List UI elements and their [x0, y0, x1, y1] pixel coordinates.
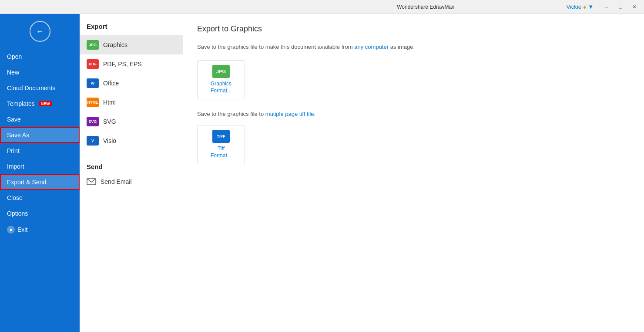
nav-item-pdf[interactable]: PDF PDF, PS, EPS — [80, 54, 183, 74]
svg-icon: SVG — [87, 117, 99, 126]
username-label: Vickie — [567, 3, 581, 10]
back-button[interactable]: ← — [30, 21, 50, 42]
nav-label-pdf: PDF, PS, EPS — [103, 61, 142, 68]
user-area: Vickie ♦ ▼ — [567, 3, 594, 10]
graphics-format-card[interactable]: JPG GraphicsFormat... — [197, 60, 245, 99]
nav-label-graphics: Graphics — [103, 41, 127, 48]
jpg-icon: JPG — [87, 40, 99, 50]
sidebar-item-label: Export & Send — [7, 179, 46, 186]
graphics-card-icon: JPG — [212, 65, 230, 78]
crown-icon: ♦ — [583, 3, 586, 10]
nav-item-html[interactable]: HTML Html — [80, 93, 183, 112]
sidebar-item-open[interactable]: Open — [0, 49, 80, 64]
tiff-format-card[interactable]: TIFF TiffFormat... — [197, 125, 245, 164]
email-icon — [87, 178, 96, 185]
sidebar-item-save[interactable]: Save — [0, 112, 80, 127]
nav-item-send-email[interactable]: Send Email — [80, 174, 183, 190]
sidebar-item-label: Exit — [17, 226, 27, 233]
sidebar-item-import[interactable]: Import — [0, 159, 80, 174]
nav-item-office[interactable]: W Office — [80, 74, 183, 93]
graphics-card-label: GraphicsFormat... — [211, 81, 231, 94]
user-dropdown-icon[interactable]: ▼ — [588, 3, 594, 10]
sidebar-item-label: Import — [7, 163, 24, 170]
sidebar-item-options[interactable]: Options — [0, 206, 80, 221]
content-title: Export to Graphics — [197, 24, 630, 39]
sidebar-item-export-send[interactable]: Export & Send — [0, 174, 80, 190]
html-icon: HTML — [87, 98, 99, 107]
format-cards-group-2: TIFF TiffFormat... — [197, 125, 630, 164]
tiff-card-label: TiffFormat... — [211, 146, 231, 159]
send-email-label: Send Email — [101, 178, 132, 185]
sidebar-item-new[interactable]: New — [0, 64, 80, 80]
nav-label-office: Office — [103, 80, 119, 87]
sidebar-item-cloud-documents[interactable]: Cloud Documents — [0, 80, 80, 96]
send-section-title: Send — [80, 158, 183, 174]
tiff-card-icon: TIFF — [212, 130, 230, 143]
app-body: ← Open New Cloud Documents Templates NEW… — [0, 14, 644, 332]
sidebar-item-print[interactable]: Print — [0, 143, 80, 159]
sidebar-item-close[interactable]: Close — [0, 190, 80, 206]
sidebar-item-exit[interactable]: ● Exit — [0, 221, 80, 238]
sidebar-item-label: Templates — [7, 100, 35, 107]
panel-divider — [80, 154, 183, 154]
exit-icon: ● — [7, 226, 15, 234]
sidebar-item-label: Save — [7, 116, 21, 123]
format-cards-group-1: JPG GraphicsFormat... — [197, 60, 630, 99]
sidebar-item-templates[interactable]: Templates NEW — [0, 96, 80, 112]
description-1: Save to the graphics file to make this d… — [197, 43, 630, 51]
minimize-button[interactable]: ─ — [600, 2, 613, 12]
nav-label-visio: Visio — [103, 137, 116, 144]
pdf-icon: PDF — [87, 59, 99, 69]
nav-item-visio[interactable]: V Visio — [80, 131, 183, 150]
export-section-title: Export — [80, 14, 183, 35]
maximize-button[interactable]: □ — [614, 2, 627, 12]
visio-icon: V — [87, 136, 99, 146]
new-badge: NEW — [39, 101, 52, 106]
main-content: Export to Graphics Save to the graphics … — [183, 14, 644, 332]
middle-panel: Export JPG Graphics PDF PDF, PS, EPS W O… — [80, 14, 183, 332]
sidebar-item-save-as[interactable]: Save As — [0, 127, 80, 143]
description-2: Save to the graphics file to mutiple pag… — [197, 110, 630, 119]
word-icon: W — [87, 78, 99, 88]
nav-item-graphics[interactable]: JPG Graphics — [80, 35, 183, 54]
sidebar-item-label: Close — [7, 194, 23, 201]
nav-label-svg: SVG — [103, 118, 116, 125]
sidebar-item-label: Print — [7, 147, 20, 154]
nav-item-svg[interactable]: SVG SVG — [80, 112, 183, 131]
window-controls: Vickie ♦ ▼ ─ □ ✕ — [567, 2, 641, 12]
sidebar-item-label: Cloud Documents — [7, 85, 55, 91]
sidebar: ← Open New Cloud Documents Templates NEW… — [0, 14, 80, 332]
app-title: Wondershare EdrawMax — [285, 4, 567, 10]
title-bar: Wondershare EdrawMax Vickie ♦ ▼ ─ □ ✕ — [0, 0, 644, 14]
close-button[interactable]: ✕ — [628, 2, 641, 12]
sidebar-item-label: Options — [7, 210, 28, 217]
sidebar-item-label: New — [7, 69, 19, 76]
nav-label-html: Html — [103, 99, 116, 106]
sidebar-item-label: Save As — [7, 132, 29, 139]
sidebar-item-label: Open — [7, 53, 22, 60]
